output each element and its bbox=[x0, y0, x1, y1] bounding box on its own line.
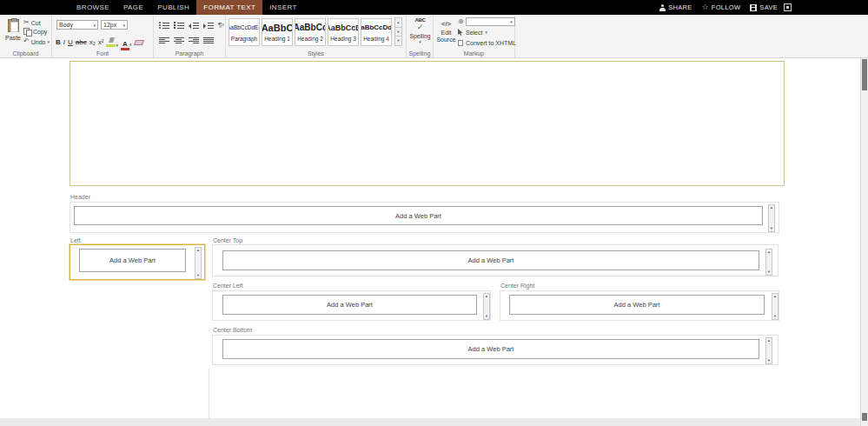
ribbon-group-clipboard: Paste ✂ Cut Copy ↶ Undo ▾ Clipboard bbox=[0, 15, 52, 57]
scroll-down-icon[interactable]: ▾ bbox=[768, 358, 770, 363]
bold-button[interactable]: B bbox=[56, 37, 61, 48]
edit-source-button[interactable]: </> Edit Source bbox=[436, 19, 456, 43]
scroll-down-icon[interactable]: ▾ bbox=[774, 314, 776, 319]
styles-gallery: AaBbCcDdEe Paragraph AaBbC Heading 1 AaB… bbox=[229, 18, 394, 46]
scroll-up-icon[interactable]: ▴ bbox=[774, 294, 776, 299]
highlight-color-button[interactable]: ▾ bbox=[106, 35, 118, 50]
paste-button[interactable]: Paste bbox=[3, 19, 23, 52]
scroll-down-icon[interactable]: ▾ bbox=[768, 270, 770, 275]
convert-label: Convert to XHTML bbox=[466, 40, 516, 46]
share-button[interactable]: SHARE bbox=[659, 3, 692, 11]
focus-on-content-icon[interactable] bbox=[784, 3, 792, 11]
add-web-part-link[interactable]: Add a Web Part bbox=[468, 256, 514, 264]
left-to-right-icon[interactable]: ¶› bbox=[218, 21, 224, 30]
chevron-down-icon: ▾ bbox=[408, 39, 432, 44]
style-heading-3[interactable]: AaBbCcD Heading 3 bbox=[328, 18, 359, 46]
rich-text-editor[interactable] bbox=[70, 61, 785, 186]
numbered-list-icon[interactable] bbox=[174, 21, 184, 30]
scroll-up-icon[interactable]: ▴ bbox=[486, 294, 487, 299]
scrollbar-bottom-block[interactable] bbox=[862, 413, 867, 421]
zone-label-center-top: Center Top bbox=[213, 237, 242, 243]
align-center-icon[interactable] bbox=[174, 37, 184, 45]
scroll-down-icon[interactable]: ▾ bbox=[197, 273, 199, 278]
zone-scrollbar[interactable]: ▴ ▾ bbox=[765, 249, 772, 276]
add-web-part-box-center-left[interactable]: Add a Web Part bbox=[222, 295, 477, 315]
gallery-more-icon[interactable]: ▾ bbox=[394, 36, 402, 46]
style-preview: AaBbCcD bbox=[328, 19, 358, 36]
vertical-scrollbar[interactable] bbox=[860, 58, 868, 426]
spelling-button[interactable]: ABC ✓ Spelling ▾ bbox=[408, 17, 432, 44]
tab-browse[interactable]: BROWSE bbox=[70, 0, 116, 15]
tab-page[interactable]: PAGE bbox=[116, 0, 150, 15]
align-justify-icon[interactable] bbox=[203, 37, 214, 45]
cut-button[interactable]: ✂ Cut bbox=[23, 19, 41, 26]
sharepoint-page-editor: BROWSE PAGE PUBLISH FORMAT TEXT INSERT S… bbox=[0, 0, 868, 426]
add-web-part-link[interactable]: Add a Web Part bbox=[614, 301, 660, 309]
scroll-up-icon[interactable]: ▴ bbox=[768, 250, 770, 255]
add-web-part-link[interactable]: Add a Web Part bbox=[395, 212, 441, 220]
follow-button[interactable]: ☆ FOLLOW bbox=[701, 3, 740, 11]
font-size-select[interactable]: 12px ▾ bbox=[101, 20, 128, 30]
tab-insert[interactable]: INSERT bbox=[262, 0, 304, 15]
tab-format-text[interactable]: FORMAT TEXT bbox=[196, 0, 262, 15]
scroll-up-icon[interactable]: ▴ bbox=[768, 338, 770, 343]
font-toggle-row: B I U abc x₂ x² ▾ A▾ bbox=[56, 34, 143, 50]
outdent-icon[interactable] bbox=[189, 21, 199, 30]
scroll-down-icon[interactable]: ▾ bbox=[771, 226, 772, 231]
save-button[interactable]: SAVE bbox=[750, 3, 778, 11]
document-icon bbox=[458, 40, 463, 46]
edit-source-label-1: Edit bbox=[436, 30, 456, 37]
subscript-button[interactable]: x₂ bbox=[89, 37, 96, 48]
scrollbar-thumb[interactable] bbox=[862, 59, 867, 90]
group-label-clipboard: Clipboard bbox=[0, 50, 51, 57]
scroll-down-icon[interactable]: ▾ bbox=[486, 314, 487, 319]
webpart-zone-center-left: Add a Web Part ▴ ▾ bbox=[212, 290, 491, 321]
add-web-part-box-center-bottom[interactable]: Add a Web Part bbox=[222, 339, 759, 359]
add-web-part-link[interactable]: Add a Web Part bbox=[109, 256, 156, 264]
scroll-up-icon[interactable]: ▴ bbox=[771, 205, 772, 210]
zone-scrollbar[interactable]: ▴ ▾ bbox=[772, 293, 779, 320]
save-label: SAVE bbox=[759, 3, 778, 11]
add-web-part-box-center-right[interactable]: Add a Web Part bbox=[509, 295, 765, 315]
language-row: ⊕ ▾ bbox=[458, 17, 515, 26]
paste-label: Paste bbox=[5, 35, 21, 41]
bullet-list-icon[interactable] bbox=[159, 21, 169, 30]
select-menu-button[interactable]: Select ▾ bbox=[458, 29, 487, 36]
group-label-spelling: Spelling bbox=[407, 50, 433, 57]
font-family-select[interactable]: Body ▾ bbox=[56, 20, 98, 30]
indent-icon[interactable] bbox=[203, 21, 214, 30]
zone-scrollbar[interactable]: ▴ ▾ bbox=[768, 204, 775, 232]
underline-button[interactable]: U bbox=[68, 37, 73, 48]
spelling-check-icon: ✓ bbox=[408, 23, 432, 31]
copy-button[interactable]: Copy bbox=[23, 28, 47, 36]
align-left-icon[interactable] bbox=[159, 37, 169, 45]
style-preview: AaBbC bbox=[262, 19, 292, 36]
strikethrough-button[interactable]: abc bbox=[76, 37, 87, 48]
add-web-part-box-header[interactable]: Add a Web Part bbox=[74, 206, 763, 225]
zone-scrollbar[interactable]: ▴ ▾ bbox=[765, 337, 772, 364]
add-web-part-box-left[interactable]: Add a Web Part bbox=[79, 249, 186, 272]
zone-scrollbar[interactable]: ▴ ▾ bbox=[195, 247, 202, 279]
style-paragraph[interactable]: AaBbCcDdEe Paragraph bbox=[229, 18, 260, 46]
font-color-button[interactable]: A▾ bbox=[121, 34, 132, 50]
undo-button[interactable]: ↶ Undo ▾ bbox=[23, 38, 50, 45]
superscript-button[interactable]: x² bbox=[98, 37, 104, 48]
add-web-part-link[interactable]: Add a Web Part bbox=[468, 345, 514, 353]
zone-scrollbar[interactable]: ▴ ▾ bbox=[483, 293, 490, 320]
language-select[interactable]: ▾ bbox=[466, 17, 515, 26]
share-label: SHARE bbox=[668, 3, 692, 11]
add-web-part-link[interactable]: Add a Web Part bbox=[327, 301, 373, 309]
italic-button[interactable]: I bbox=[63, 37, 65, 48]
style-heading-4[interactable]: AaBbCcDdE Heading 4 bbox=[361, 18, 392, 46]
style-heading-1[interactable]: AaBbC Heading 1 bbox=[262, 18, 293, 46]
style-heading-2[interactable]: AaBbCc Heading 2 bbox=[295, 18, 326, 46]
tab-publish[interactable]: PUBLISH bbox=[150, 0, 196, 15]
style-preview: AaBbCcDdE bbox=[361, 19, 391, 36]
scroll-up-icon[interactable]: ▴ bbox=[197, 248, 199, 253]
ribbon-group-spelling: ABC ✓ Spelling ▾ Spelling bbox=[407, 15, 434, 57]
clear-format-button[interactable] bbox=[133, 40, 143, 45]
add-web-part-box-center-top[interactable]: Add a Web Part bbox=[222, 250, 759, 270]
convert-to-xhtml-button[interactable]: Convert to XHTML bbox=[458, 40, 516, 46]
webpart-zone-left: Add a Web Part ▴ ▾ bbox=[70, 244, 205, 280]
align-right-icon[interactable] bbox=[189, 37, 199, 45]
